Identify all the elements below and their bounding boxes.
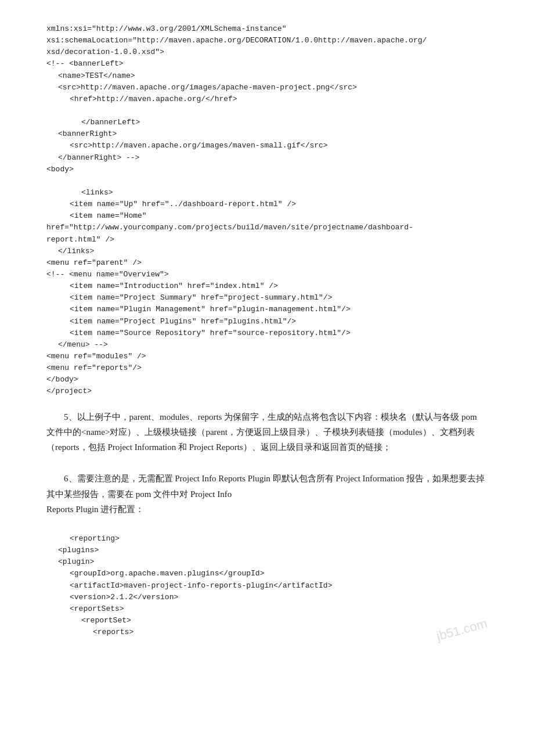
code-line: <src>http://maven.apache.org/images/mave… xyxy=(70,140,488,152)
code-line: <href>http://maven.apache.org/</href> xyxy=(70,93,488,105)
code-line: <menu ref="parent" /> xyxy=(46,257,488,269)
code-line: <plugins> xyxy=(58,545,488,556)
code-line: </project> xyxy=(46,386,488,397)
paragraph-5: 5、以上例子中，parent、modules、reports 为保留字，生成的站… xyxy=(46,409,488,455)
code-line: </menu> --> xyxy=(58,339,488,351)
code-line: <artifactId>maven-project-info-reports-p… xyxy=(70,580,488,592)
code-line: <item name="Home" xyxy=(70,210,488,222)
code-line: <name>TEST</name> xyxy=(58,70,488,82)
code-line: <item name="Introduction" href="index.ht… xyxy=(70,280,488,292)
code-line: xsi:schemaLocation="http://maven.apache.… xyxy=(46,35,488,46)
code-line: xmlns:xsi="http://www.w3.org/2001/XMLSch… xyxy=(46,23,488,35)
code-line: <item name="Project Summary" href="proje… xyxy=(70,292,488,304)
paragraph-6: 6、需要注意的是，无需配置 Project Info Reports Plugi… xyxy=(46,471,488,517)
code-line xyxy=(46,175,488,187)
code-line: <bannerRight> xyxy=(58,128,488,140)
code-line: <plugin> xyxy=(58,556,488,568)
code-line: </links> xyxy=(58,246,488,257)
code-line: <menu ref="reports"/> xyxy=(46,362,488,374)
code-line: <reportSets> xyxy=(70,603,488,615)
code-line: <menu ref="modules" /> xyxy=(46,351,488,362)
code-line: <reportSet> xyxy=(81,615,488,627)
code-line: xsd/decoration-1.0.0.xsd"> xyxy=(46,46,488,58)
code-line: <body> xyxy=(46,164,488,175)
code-line: report.html" /> xyxy=(46,234,488,246)
code-line: <!-- <menu name="Overview"> xyxy=(46,269,488,280)
code-line: <links> xyxy=(81,187,488,199)
code-line: </bannerLeft> xyxy=(81,117,488,128)
code-line: <reporting> xyxy=(70,533,488,545)
code-line: <item name="Plugin Management" href="plu… xyxy=(70,304,488,315)
code-line: </body> xyxy=(46,374,488,386)
code-line: href="http://www.yourcompany.com/project… xyxy=(46,222,488,233)
code-line: <item name="Up" href="../dashboard-repor… xyxy=(70,199,488,210)
code-line xyxy=(46,105,488,117)
code-block-2: <reporting> <plugins> <plugin> <groupId>… xyxy=(46,533,488,638)
code-line: <reports> xyxy=(93,627,488,638)
code-line: <item name="Project Plugins" href="plugi… xyxy=(70,316,488,327)
code-line: </bannerRight> --> xyxy=(58,152,488,164)
code-line: <version>2.1.2</version> xyxy=(70,592,488,603)
code-line: <item name="Source Repository" href="sou… xyxy=(70,327,488,339)
code-line: <groupId>org.apache.maven.plugins</group… xyxy=(70,568,488,579)
code-line: <src>http://maven.apache.org/images/apac… xyxy=(58,82,488,93)
code-block-1: xmlns:xsi="http://www.w3.org/2001/XMLSch… xyxy=(46,23,488,398)
code-line: <!-- <bannerLeft> xyxy=(46,58,488,70)
